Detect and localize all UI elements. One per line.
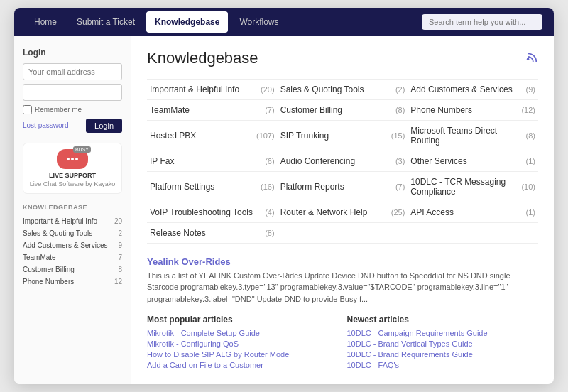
live-support-label: LIVE SUPPORT: [29, 172, 116, 179]
category-cell[interactable]: Other Services(1): [408, 151, 538, 172]
popular-list: Mikrotik - Complete Setup GuideMikrotik …: [147, 329, 339, 369]
chat-software-label: Live Chat Software by Kayako: [29, 180, 116, 187]
newest-article-link[interactable]: 10DLC - Campaign Requirements Guide: [347, 329, 539, 337]
category-cell[interactable]: Phone Numbers(12): [408, 100, 538, 121]
newest-article-link[interactable]: 10DLC - FAQ's: [347, 361, 539, 369]
popular-article-link[interactable]: How to Disable SIP ALG by Router Model: [147, 350, 339, 359]
featured-section: Yealink Over-Rides This is a list of YEA…: [147, 256, 538, 305]
content-header: Knowledgebase: [147, 49, 538, 67]
newest-article-link[interactable]: 10DLC - Brand Requirements Guide: [347, 350, 539, 359]
category-cell[interactable]: Release Notes(8): [147, 223, 278, 244]
category-cell: [278, 223, 408, 244]
login-button[interactable]: Login: [86, 119, 122, 133]
category-cell[interactable]: TeamMate(7): [147, 100, 278, 121]
kb-nav-item[interactable]: Phone Numbers12: [23, 276, 122, 288]
popular-title: Most popular articles: [147, 315, 339, 325]
remember-row: Remember me: [23, 105, 122, 114]
nav-item-submit-ticket[interactable]: Submit a Ticket: [68, 11, 143, 33]
kb-nav-item[interactable]: Important & Helpful Info20: [23, 215, 122, 227]
articles-grid: Most popular articles Mikrotik - Complet…: [147, 315, 538, 371]
svg-point-0: [527, 58, 530, 60]
nav-item-home[interactable]: Home: [26, 11, 65, 33]
popular-article-link[interactable]: Add a Card on File to a Customer: [147, 361, 339, 369]
kb-nav-list: Important & Helpful Info20Sales & Quotin…: [23, 215, 122, 288]
dot-2: [71, 158, 74, 160]
nav-item-workflows[interactable]: Workflows: [231, 11, 287, 33]
login-title: Login: [23, 48, 122, 58]
category-cell[interactable]: Platform Settings(16): [147, 172, 278, 202]
chat-dots: [67, 158, 78, 160]
category-cell[interactable]: 10DLC - TCR Messaging Compliance(10): [408, 172, 538, 202]
kb-nav-item[interactable]: Sales & Quoting Tools2: [23, 227, 122, 239]
nav-search-input[interactable]: [422, 14, 542, 30]
login-actions: Lost password Login: [23, 119, 122, 133]
login-section: Login Remember me Lost password Login: [23, 48, 122, 133]
password-input[interactable]: [23, 84, 122, 101]
category-cell[interactable]: VoIP Troubleshooting Tools(4): [147, 202, 278, 223]
category-cell[interactable]: Audio Conferencing(3): [278, 151, 408, 172]
category-cell[interactable]: API Access(1): [408, 202, 538, 223]
kb-section-title: KNOWLEDGEBASE: [23, 204, 122, 211]
nav-bar: Home Submit a Ticket Knowledgebase Workf…: [14, 8, 554, 36]
featured-article-title[interactable]: Yealink Over-Rides: [147, 256, 538, 267]
category-cell[interactable]: Add Customers & Services(9): [408, 80, 538, 100]
category-cell[interactable]: Router & Network Help(25): [278, 202, 408, 223]
chat-widget[interactable]: BUSY LIVE SUPPORT Live Chat Software by …: [23, 143, 122, 194]
popular-articles-col: Most popular articles Mikrotik - Complet…: [147, 315, 339, 371]
category-cell[interactable]: IP Fax(6): [147, 151, 278, 172]
category-cell: [408, 223, 538, 244]
chat-bubble: BUSY: [57, 149, 88, 169]
page-title: Knowledgebase: [147, 49, 258, 67]
category-cell[interactable]: Important & Helpful Info(20): [147, 80, 278, 100]
category-cell[interactable]: Microsoft Teams Direct Routing(8): [408, 121, 538, 151]
newest-articles-col: Newest articles 10DLC - Campaign Require…: [347, 315, 539, 371]
popular-article-link[interactable]: Mikrotik - Complete Setup Guide: [147, 329, 339, 337]
newest-article-link[interactable]: 10DLC - Brand Vertical Types Guide: [347, 339, 539, 348]
email-input[interactable]: [23, 63, 122, 80]
sidebar: Login Remember me Lost password Login: [14, 36, 131, 385]
category-cell[interactable]: Sales & Quoting Tools(2): [278, 80, 408, 100]
newest-list: 10DLC - Campaign Requirements Guide10DLC…: [347, 329, 539, 369]
kb-nav-item[interactable]: TeamMate7: [23, 251, 122, 263]
kb-nav-item[interactable]: Add Customers & Services9: [23, 239, 122, 251]
featured-article-excerpt: This is a list of YEALINK Custom Over-Ri…: [147, 270, 538, 305]
remember-checkbox[interactable]: [23, 105, 32, 114]
main-content: Knowledgebase Important & Helpful Info(2…: [131, 36, 554, 385]
popular-article-link[interactable]: Mikrotik - Configuring QoS: [147, 339, 339, 348]
browser-window: Home Submit a Ticket Knowledgebase Workf…: [14, 8, 554, 385]
main-layout: Login Remember me Lost password Login: [14, 36, 554, 385]
category-grid: Important & Helpful Info(20)Sales & Quot…: [147, 79, 538, 244]
category-cell[interactable]: SIP Trunking(15): [278, 121, 408, 151]
rss-icon: [525, 49, 538, 62]
category-cell[interactable]: Platform Reports(7): [278, 172, 408, 202]
category-cell[interactable]: Customer Billing(8): [278, 100, 408, 121]
lost-password-link[interactable]: Lost password: [23, 121, 68, 129]
newest-title: Newest articles: [347, 315, 539, 325]
kb-nav-item[interactable]: Customer Billing8: [23, 263, 122, 276]
category-cell[interactable]: Hosted PBX(107): [147, 121, 278, 151]
nav-item-knowledgebase[interactable]: Knowledgebase: [146, 11, 228, 33]
busy-badge: BUSY: [73, 146, 91, 153]
remember-label: Remember me: [35, 106, 82, 114]
dot-1: [67, 158, 70, 160]
dot-3: [75, 158, 78, 160]
